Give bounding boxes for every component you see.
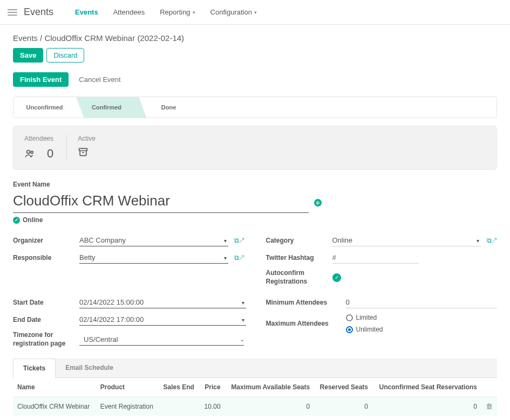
- breadcrumb-root[interactable]: Events: [13, 33, 38, 43]
- category-label: Category: [266, 237, 328, 244]
- timezone-label: Timezone for registration page: [13, 331, 75, 348]
- workflow-stages: Unconfirmed Confirmed Done: [13, 97, 497, 118]
- hamburger-menu[interactable]: [8, 9, 17, 16]
- external-link-icon[interactable]: ⧉↗: [487, 237, 497, 244]
- stat-attendees[interactable]: Attendees 0: [24, 135, 67, 161]
- cell-name: CloudOffix CRM Webinar: [13, 397, 96, 416]
- nav-attendees[interactable]: Attendees: [113, 8, 145, 16]
- finish-event-button[interactable]: Finish Event: [13, 72, 69, 87]
- cell-reserved: 0: [314, 397, 372, 416]
- trash-icon[interactable]: 🗑: [486, 402, 493, 410]
- stat-active-label: Active: [78, 135, 96, 142]
- stage-done[interactable]: Done: [138, 97, 200, 118]
- twitter-input[interactable]: [332, 252, 419, 264]
- online-badge: Online: [23, 216, 43, 224]
- cell-unconfirmed: 0: [372, 397, 481, 416]
- people-icon: [24, 148, 35, 159]
- table-row[interactable]: CloudOffix CRM Webinar Event Registratio…: [13, 397, 497, 416]
- twitter-label: Twitter Hashtag: [266, 254, 328, 261]
- external-link-icon[interactable]: ⧉↗: [234, 254, 244, 261]
- app-brand: Events: [24, 6, 53, 18]
- event-name-label: Event Name: [13, 181, 497, 188]
- responsible-label: Responsible: [13, 254, 75, 261]
- stat-attendees-label: Attendees: [24, 135, 53, 142]
- svg-point-0: [27, 150, 30, 154]
- external-link-icon[interactable]: ⧉↗: [234, 237, 244, 244]
- timezone-select[interactable]: [79, 334, 244, 346]
- nav-configuration[interactable]: Configuration▾: [210, 8, 257, 16]
- nav-events[interactable]: Events: [75, 8, 98, 16]
- save-button[interactable]: Save: [13, 48, 43, 63]
- unlimited-radio[interactable]: Unlimited: [346, 326, 383, 333]
- archive-icon: [78, 147, 89, 157]
- responsible-input[interactable]: [79, 252, 228, 264]
- cell-max-seats: 0: [225, 397, 315, 416]
- svg-point-1: [31, 151, 33, 153]
- stat-attendees-count: 0: [47, 147, 53, 161]
- cancel-event-button[interactable]: Cancel Event: [72, 72, 127, 87]
- tickets-table: Name Product Sales End Price Maximum Ava…: [13, 378, 497, 416]
- min-attendees-input[interactable]: [346, 297, 498, 308]
- globe-icon[interactable]: ⊕: [314, 199, 322, 206]
- check-circle-icon: ✓: [13, 217, 20, 224]
- organizer-label: Organizer: [13, 237, 75, 244]
- col-max-seats: Maximum Available Seats: [225, 378, 315, 397]
- tab-email-schedule[interactable]: Email Schedule: [56, 359, 123, 377]
- col-reserved: Reserved Seats: [314, 378, 372, 397]
- min-attendees-label: Minimum Attendees: [266, 299, 342, 306]
- chevron-down-icon: ▾: [193, 10, 195, 15]
- col-unconfirmed: Unconfirmed Seat Reservations: [372, 378, 481, 397]
- cell-price: 10.00: [200, 397, 225, 416]
- stage-unconfirmed[interactable]: Unconfirmed: [13, 97, 76, 118]
- col-sales-end: Sales End: [159, 378, 199, 397]
- discard-button[interactable]: Discard: [46, 48, 84, 63]
- end-date-input[interactable]: [79, 314, 246, 326]
- col-product: Product: [96, 378, 159, 397]
- autoconfirm-checkbox[interactable]: ✓: [332, 273, 341, 282]
- max-attendees-label: Maximum Attendees: [266, 320, 342, 327]
- stage-confirmed[interactable]: Confirmed: [76, 97, 138, 118]
- add-item-link[interactable]: Add an item: [13, 416, 497, 420]
- stat-active[interactable]: Active: [78, 135, 108, 161]
- start-date-label: Start Date: [13, 299, 75, 306]
- chevron-down-icon: ▾: [254, 10, 257, 15]
- organizer-input[interactable]: [79, 235, 228, 246]
- autoconfirm-label: Autoconfirm Registrations: [266, 269, 328, 286]
- end-date-label: End Date: [13, 316, 75, 323]
- tab-tickets[interactable]: Tickets: [13, 359, 56, 378]
- breadcrumb-page: CloudOffix CRM Webinar (2022-02-14): [44, 33, 184, 43]
- breadcrumb: Events / CloudOffix CRM Webinar (2022-02…: [13, 33, 497, 43]
- event-name-input[interactable]: [13, 191, 309, 213]
- col-name: Name: [13, 378, 96, 397]
- nav-reporting[interactable]: Reporting▾: [160, 8, 195, 16]
- cell-product: Event Registration: [96, 397, 159, 416]
- cell-sales-end: [159, 397, 199, 416]
- category-input[interactable]: [332, 235, 481, 246]
- start-date-input[interactable]: [79, 297, 246, 308]
- limited-radio[interactable]: Limited: [346, 314, 383, 321]
- svg-rect-2: [79, 148, 87, 150]
